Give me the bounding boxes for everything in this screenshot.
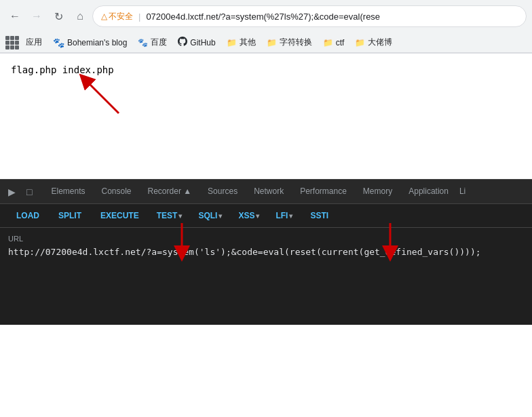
split-button[interactable]: SPLIT [50,208,90,223]
red-arrow-lfi [377,223,417,264]
tab-memory[interactable]: Memory [355,181,400,203]
lfi-dropdown-arrow: ▾ [289,212,292,220]
sqli-button[interactable]: SQLI ▾ [191,208,229,223]
page-wrapper: flag.php index.php ▶ □ Elemen [0,54,532,325]
tab-console[interactable]: Console [94,181,140,203]
tab-network[interactable]: Network [246,181,292,203]
bookmark-label: 其他 [240,37,256,48]
bookmark-label: ctf [336,38,345,47]
load-button[interactable]: LOAD [8,208,48,223]
folder-icon-charconvert: 📁 [267,38,277,47]
red-arrow-page [71,73,126,120]
tab-performance[interactable]: Performance [292,181,355,203]
forward-button[interactable]: → [27,7,46,26]
tab-elements[interactable]: Elements [43,181,93,203]
bookmarks-bar: 应用 🐾 Bohemian's blog 🐾 百度 GitHub 📁 其他 [0,33,532,53]
bookmark-charconvert[interactable]: 📁 字符转换 [263,35,316,49]
warning-icon: △ [101,12,107,21]
nav-bar: ← → ↻ ⌂ △ 不安全 | 07200e4d.lxctf.net/?a=sy… [0,0,532,33]
lfi-button[interactable]: LFI ▾ [269,208,299,223]
cursor-icon[interactable]: ▶ [5,184,18,200]
devtools-url-section: URL http://07200e4d.lxctf.net/?a=system(… [0,228,532,325]
url-value: http://07200e4d.lxctf.net/?a=system('ls'… [8,247,524,257]
sqli-dropdown-arrow: ▾ [218,212,222,220]
reload-button[interactable]: ↻ [49,7,68,26]
xss-dropdown-arrow: ▾ [256,212,259,220]
back-button[interactable]: ← [5,7,24,26]
test-dropdown-arrow: ▾ [178,212,182,220]
tab-sources[interactable]: Sources [200,181,246,203]
github-icon [178,37,187,48]
bookmark-label: GitHub [190,38,215,47]
test-button[interactable]: TEST ▾ [150,208,189,223]
xss-button[interactable]: XSS ▾ [231,208,266,223]
bookmark-label: 字符转换 [280,37,312,48]
url-display: 07200e4d.lxctf.net/?a=system(%27ls%27);&… [146,12,380,22]
tab-more[interactable]: Li [457,181,468,203]
svg-line-1 [85,79,119,113]
address-bar[interactable]: △ 不安全 | 07200e4d.lxctf.net/?a=system(%27… [92,5,527,27]
browser-chrome: ← → ↻ ⌂ △ 不安全 | 07200e4d.lxctf.net/?a=sy… [0,0,532,54]
bookmark-master[interactable]: 📁 大佬博 [351,35,396,49]
bookmark-other[interactable]: 📁 其他 [223,35,260,49]
home-button[interactable]: ⌂ [71,7,90,26]
bookmark-baidu[interactable]: 🐾 百度 [134,35,171,49]
window-icon[interactable]: □ [24,184,35,200]
devtools-toolbar: LOAD SPLIT EXECUTE TEST ▾ SQLI ▾ XSS [0,204,532,228]
separator: | [138,12,140,22]
url-label: URL [8,235,524,243]
bookmark-github[interactable]: GitHub [174,35,219,49]
bookmark-icon-baidu: 🐾 [138,38,148,47]
bookmark-label: Bohemian's blog [67,38,127,47]
red-arrow-test [168,223,209,264]
bookmark-label: 大佬博 [368,37,392,48]
security-warning: △ 不安全 [101,11,133,22]
folder-icon-master: 📁 [355,38,365,47]
tab-recorder[interactable]: Recorder ▲ [140,181,200,203]
devtools-tabs: ▶ □ Elements Console Recorder ▲ Sources … [0,180,532,204]
devtools-tab-icons: ▶ □ [5,184,35,200]
devtools-panel: ▶ □ Elements Console Recorder ▲ Sources … [0,179,532,325]
bookmark-icon-blog: 🐾 [53,37,64,48]
bookmark-label: 百度 [151,37,167,48]
ssti-button[interactable]: SSTI [302,208,337,223]
tab-application[interactable]: Application [400,181,457,203]
bookmark-blog[interactable]: 🐾 Bohemian's blog [49,36,131,49]
bookmark-apps[interactable]: 应用 [22,35,46,49]
bookmark-label: 应用 [26,37,42,48]
folder-icon-ctf: 📁 [323,38,333,47]
browser-window: ← → ↻ ⌂ △ 不安全 | 07200e4d.lxctf.net/?a=sy… [0,0,532,325]
bookmark-ctf[interactable]: 📁 ctf [319,37,349,49]
execute-button[interactable]: EXECUTE [92,208,147,223]
apps-icon[interactable] [5,36,19,49]
folder-icon-other: 📁 [227,38,237,47]
